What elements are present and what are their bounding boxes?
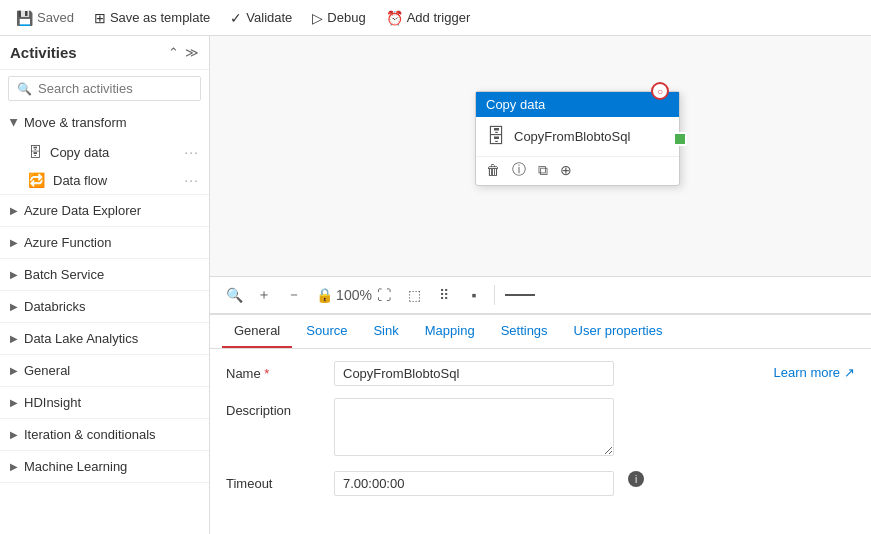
description-row: Description — [226, 398, 855, 459]
lock-button[interactable]: 🔒 — [310, 281, 338, 309]
category-move-transform: ▶ Move & transform 🗄 Copy data ··· 🔁 Dat… — [0, 107, 209, 195]
timeout-input-wrapper — [334, 471, 614, 496]
category-header-azure-function[interactable]: ▶ Azure Function — [0, 227, 209, 258]
tab-general[interactable]: General — [222, 315, 292, 348]
node-connector-right[interactable] — [673, 132, 687, 146]
node-title: Copy data — [486, 97, 545, 112]
info-circle-icon[interactable]: ⓘ — [512, 161, 526, 179]
category-label-azure-data-explorer: Azure Data Explorer — [24, 203, 141, 218]
activity-dots-copy-data[interactable]: ··· — [184, 144, 199, 160]
properties-panel: General Source Sink Mapping Settings Use… — [210, 314, 871, 534]
description-input[interactable] — [334, 398, 614, 456]
tab-sink[interactable]: Sink — [361, 315, 410, 348]
tab-user-properties[interactable]: User properties — [562, 315, 675, 348]
search-box: 🔍 — [8, 76, 201, 101]
chevron-right-icon-6: ▶ — [10, 365, 18, 376]
node-header: Copy data — [476, 92, 679, 117]
sidebar-header-icons[interactable]: ⌃ ≫ — [168, 45, 199, 60]
category-azure-function: ▶ Azure Function — [0, 227, 209, 259]
category-label-general: General — [24, 363, 70, 378]
chevron-right-icon-2: ▶ — [10, 237, 18, 248]
select-button[interactable]: ⬚ — [400, 281, 428, 309]
category-header-general[interactable]: ▶ General — [0, 355, 209, 386]
category-header-data-lake-analytics[interactable]: ▶ Data Lake Analytics — [0, 323, 209, 354]
sidebar-content: ▶ Move & transform 🗄 Copy data ··· 🔁 Dat… — [0, 107, 209, 534]
category-header-move-transform[interactable]: ▶ Move & transform — [0, 107, 209, 138]
main-layout: Activities ⌃ ≫ 🔍 ▶ Move & transform 🗄 — [0, 36, 871, 534]
save-template-icon: ⊞ — [94, 10, 106, 26]
chevron-right-icon-9: ▶ — [10, 461, 18, 472]
node-footer: 🗑 ⓘ ⧉ ⊕ — [476, 156, 679, 185]
canvas-area: ○ Copy data 🗄 CopyFromBlobtoSql 🗑 ⓘ ⧉ ⊕ — [210, 36, 871, 534]
category-label-iteration-conditionals: Iteration & conditionals — [24, 427, 156, 442]
data-flow-icon: 🔁 — [28, 172, 45, 188]
zoom-button[interactable]: 100% — [340, 281, 368, 309]
activity-label-copy-data: Copy data — [50, 145, 109, 160]
copy-icon[interactable]: ⧉ — [538, 162, 548, 179]
name-input[interactable] — [334, 361, 614, 386]
category-header-azure-data-explorer[interactable]: ▶ Azure Data Explorer — [0, 195, 209, 226]
search-input[interactable] — [38, 81, 192, 96]
timeout-label: Timeout — [226, 471, 326, 491]
description-input-wrapper — [334, 398, 614, 459]
delete-icon[interactable]: 🗑 — [486, 162, 500, 178]
search-canvas-button[interactable]: 🔍 — [220, 281, 248, 309]
grid-button[interactable]: ▪ — [460, 281, 488, 309]
saved-status: 💾 Saved — [8, 6, 82, 30]
chevron-right-icon-4: ▶ — [10, 301, 18, 312]
category-label-databricks: Databricks — [24, 299, 85, 314]
category-header-machine-learning[interactable]: ▶ Machine Learning — [0, 451, 209, 482]
category-iteration-conditionals: ▶ Iteration & conditionals — [0, 419, 209, 451]
description-label: Description — [226, 398, 326, 418]
category-databricks: ▶ Databricks — [0, 291, 209, 323]
category-label-batch-service: Batch Service — [24, 267, 104, 282]
minus-button[interactable]: － — [280, 281, 308, 309]
category-label-hdinsight: HDInsight — [24, 395, 81, 410]
activity-item-copy-data[interactable]: 🗄 Copy data ··· — [0, 138, 209, 166]
validate-icon: ✓ — [230, 10, 242, 26]
chevron-down-icon: ▶ — [9, 119, 20, 127]
expand-icon[interactable]: ≫ — [185, 45, 199, 60]
required-indicator: * — [264, 366, 269, 381]
node-body: 🗄 CopyFromBlobtoSql — [476, 117, 679, 156]
save-template-button[interactable]: ⊞ Save as template — [86, 6, 218, 30]
activity-dots-data-flow[interactable]: ··· — [184, 172, 199, 188]
learn-more-link[interactable]: Learn more ↗ — [774, 361, 855, 380]
tab-source[interactable]: Source — [294, 315, 359, 348]
category-hdinsight: ▶ HDInsight — [0, 387, 209, 419]
copy-data-node[interactable]: ○ Copy data 🗄 CopyFromBlobtoSql 🗑 ⓘ ⧉ ⊕ — [475, 91, 680, 186]
category-label-machine-learning: Machine Learning — [24, 459, 127, 474]
canvas-scroll-indicator — [505, 294, 535, 296]
layout-button[interactable]: ⠿ — [430, 281, 458, 309]
activity-item-data-flow[interactable]: 🔁 Data flow ··· — [0, 166, 209, 194]
name-label: Name * — [226, 361, 326, 381]
fit-view-button[interactable]: ⛶ — [370, 281, 398, 309]
sidebar-title: Activities — [10, 44, 77, 61]
category-header-iteration-conditionals[interactable]: ▶ Iteration & conditionals — [0, 419, 209, 450]
add-button[interactable]: ＋ — [250, 281, 278, 309]
sidebar-header: Activities ⌃ ≫ — [0, 36, 209, 70]
collapse-icon[interactable]: ⌃ — [168, 45, 179, 60]
category-header-batch-service[interactable]: ▶ Batch Service — [0, 259, 209, 290]
category-label-move-transform: Move & transform — [24, 115, 127, 130]
validate-button[interactable]: ✓ Validate — [222, 6, 300, 30]
sidebar: Activities ⌃ ≫ 🔍 ▶ Move & transform 🗄 — [0, 36, 210, 534]
canvas[interactable]: ○ Copy data 🗄 CopyFromBlobtoSql 🗑 ⓘ ⧉ ⊕ — [210, 36, 871, 276]
debug-icon: ▷ — [312, 10, 323, 26]
category-header-hdinsight[interactable]: ▶ HDInsight — [0, 387, 209, 418]
node-error-indicator[interactable]: ○ — [651, 82, 669, 100]
search-icon: 🔍 — [17, 82, 32, 96]
timeout-info-icon[interactable]: i — [628, 471, 644, 487]
category-machine-learning: ▶ Machine Learning — [0, 451, 209, 483]
category-header-databricks[interactable]: ▶ Databricks — [0, 291, 209, 322]
canvas-toolbar-divider — [494, 285, 495, 305]
tab-settings[interactable]: Settings — [489, 315, 560, 348]
debug-button[interactable]: ▷ Debug — [304, 6, 373, 30]
node-db-icon: 🗄 — [486, 125, 506, 148]
arrow-right-icon[interactable]: ⊕ — [560, 162, 572, 178]
tabs-row: General Source Sink Mapping Settings Use… — [210, 315, 871, 349]
add-trigger-button[interactable]: ⏰ Add trigger — [378, 6, 479, 30]
timeout-row: Timeout i — [226, 471, 855, 496]
tab-mapping[interactable]: Mapping — [413, 315, 487, 348]
timeout-input[interactable] — [334, 471, 614, 496]
